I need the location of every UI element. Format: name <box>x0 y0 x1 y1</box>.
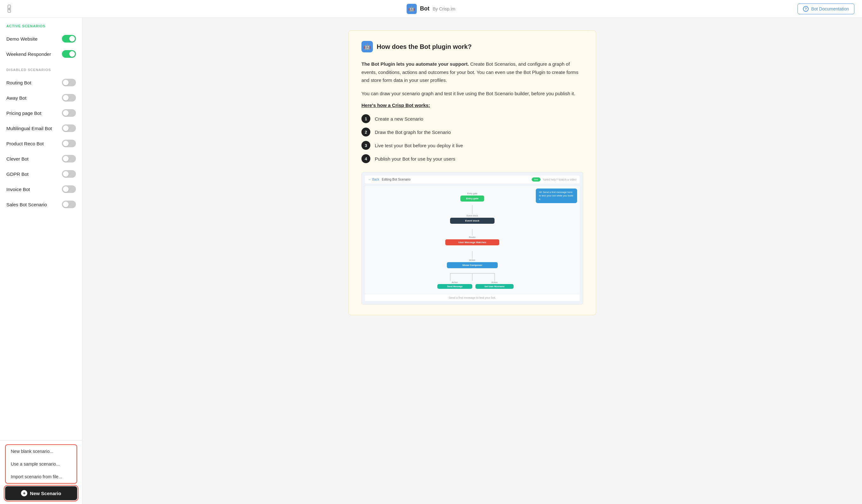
entry-label: Entry gate <box>467 192 478 195</box>
info-card: 🤖 How does the Bot plugin work? The Bot … <box>349 30 596 315</box>
dropdown-import-scenario[interactable]: Import scenario from file... <box>6 470 77 483</box>
toggle-product-reco-bot[interactable] <box>62 140 76 147</box>
card-header: 🤖 How does the Bot plugin work? <box>362 41 583 52</box>
entry-gate-node: Entry gate <box>460 196 484 201</box>
scenario-name: Pricing page Bot <box>6 110 41 116</box>
preview-canvas: Hi! Send a first message here to test yo… <box>365 186 580 294</box>
step-text-4: Publish your Bot for use by your users <box>375 156 455 161</box>
scenario-name: Sales Bot Scenario <box>6 202 47 207</box>
plus-icon: + <box>21 490 27 496</box>
dropdown-blank-scenario[interactable]: New blank scenario... <box>6 445 77 457</box>
new-scenario-area: New blank scenario... Use a sample scena… <box>0 440 82 504</box>
scenario-sales-bot[interactable]: Sales Bot Scenario <box>0 197 82 212</box>
toggle-away-bot[interactable] <box>62 94 76 102</box>
app-header: ‹ 🤖 Bot By Crisp.im ? Bot Documentation <box>0 0 862 18</box>
scenario-name: Away Bot <box>6 95 26 101</box>
connector-1 <box>472 205 473 214</box>
composer-label: Action <box>469 259 475 261</box>
preview-footer: Send a first message to test your bot. <box>365 294 580 301</box>
preview-title: Editing Bot Scenario <box>382 178 529 181</box>
composer-node-group: Action Show Composer <box>447 259 498 268</box>
connector-3 <box>472 251 473 258</box>
scenario-name: Invoice Bot <box>6 187 30 192</box>
scenario-routing-bot[interactable]: Routing Bot <box>0 75 82 90</box>
step-text-3: Live test your Bot before you deploy it … <box>375 143 463 148</box>
send-message-node: Send Message <box>437 284 472 289</box>
set-nickname-label: Action <box>491 281 497 283</box>
scenario-away-bot[interactable]: Away Bot <box>0 90 82 105</box>
entry-node-group: Entry gate Entry gate <box>460 192 484 201</box>
card-title: How does the Bot plugin work? <box>377 43 472 51</box>
toggle-routing-bot[interactable] <box>62 79 76 86</box>
doc-button[interactable]: ? Bot Documentation <box>798 3 854 14</box>
card-para2: You can draw your scenario graph and tes… <box>362 90 583 98</box>
toggle-weekend-responder[interactable] <box>62 50 76 58</box>
scenario-name: Clever Bot <box>6 156 29 161</box>
scenario-name: Multilingual Email Bot <box>6 126 52 131</box>
set-nickname-node-group: Action Set User Nickname <box>475 281 513 289</box>
toggle-multilingual-bot[interactable] <box>62 124 76 132</box>
router-node: User Message Matches <box>445 239 499 246</box>
dropdown-sample-scenario[interactable]: Use a sample scenario... <box>6 457 77 470</box>
scenario-invoice-bot[interactable]: Invoice Bot <box>0 182 82 197</box>
scenario-name: Routing Bot <box>6 80 31 85</box>
header-title: Bot <box>420 5 429 12</box>
step-item-4: 4 Publish your Bot for use by your users <box>362 154 583 163</box>
connector-h <box>450 273 495 274</box>
steps-list: 1 Create a new Scenario 2 Draw the Bot g… <box>362 114 583 163</box>
scenario-name: Product Reco Bot <box>6 141 44 146</box>
toggle-gdpr-bot[interactable] <box>62 170 76 178</box>
scenario-name: Weekend Responder <box>6 51 51 57</box>
step-num-2: 2 <box>362 128 370 136</box>
step-item-3: 3 Live test your Bot before you deploy i… <box>362 141 583 150</box>
scenario-clever-bot[interactable]: Clever Bot <box>0 151 82 166</box>
scenario-gdpr-bot[interactable]: GDPR Bot <box>0 166 82 182</box>
main-content: 🤖 How does the Bot plugin work? The Bot … <box>82 18 862 504</box>
step-text-2: Draw the Bot graph for the Scenario <box>375 130 451 135</box>
event-node-group: Event block Event block <box>450 214 495 224</box>
step-text-1: Create a new Scenario <box>375 116 423 122</box>
toggle-demo-website[interactable] <box>62 35 76 42</box>
card-link[interactable]: Here's how a Crisp Bot works: <box>362 103 583 108</box>
toggle-invoice-bot[interactable] <box>62 185 76 193</box>
step-item-2: 2 Draw the Bot graph for the Scenario <box>362 128 583 136</box>
card-para1: The Bot Plugin lets you automate your su… <box>362 60 583 84</box>
new-scenario-button[interactable]: + New Scenario <box>5 486 77 500</box>
bot-icon: 🤖 <box>407 4 417 14</box>
connector-2 <box>472 229 473 236</box>
scenario-name: GDPR Bot <box>6 171 29 177</box>
scenario-name: Demo Website <box>6 36 38 42</box>
connector-r <box>495 273 495 281</box>
event-block-node: Event block <box>450 218 495 224</box>
toggle-sales-bot[interactable] <box>62 201 76 208</box>
connector-4 <box>472 273 473 281</box>
step-item-1: 1 Create a new Scenario <box>362 114 583 123</box>
new-scenario-label: New Scenario <box>30 491 61 496</box>
router-label: Router <box>469 236 475 238</box>
sidebar: ACTIVE SCENARIOS Demo Website Weekend Re… <box>0 18 82 504</box>
active-section-title: ACTIVE SCENARIOS <box>0 18 82 31</box>
step-num-3: 3 <box>362 141 370 150</box>
new-scenario-dropdown: New blank scenario... Use a sample scena… <box>5 444 77 484</box>
set-nickname-node: Set User Nickname <box>475 284 513 289</box>
doc-button-label: Bot Documentation <box>811 6 849 11</box>
preview-back: ← Back <box>368 178 379 181</box>
toggle-clever-bot[interactable] <box>62 155 76 162</box>
preview-status: Need help? Watch a video <box>543 178 576 181</box>
connector-l <box>450 273 450 281</box>
preview-tip: Hi! Send a first message here to test yo… <box>536 188 577 203</box>
header-subtitle: By Crisp.im <box>433 6 455 11</box>
disabled-section-title: DISABLED SCENARIOS <box>0 62 82 75</box>
event-label: Event block <box>467 214 478 217</box>
scenario-demo-website[interactable]: Demo Website <box>0 31 82 47</box>
scenario-product-reco-bot[interactable]: Product Reco Bot <box>0 136 82 151</box>
preview-inner: ← Back Editing Bot Scenario live Need he… <box>362 172 583 304</box>
scenario-multilingual-bot[interactable]: Multilingual Email Bot <box>0 121 82 136</box>
step-num-4: 4 <box>362 154 370 163</box>
toggle-pricing-bot[interactable] <box>62 109 76 117</box>
question-icon: ? <box>803 6 809 12</box>
show-composer-node: Show Composer <box>447 262 498 268</box>
back-button[interactable]: ‹ <box>8 5 11 13</box>
scenario-pricing-bot[interactable]: Pricing page Bot <box>0 105 82 121</box>
scenario-weekend-responder[interactable]: Weekend Responder <box>0 47 82 62</box>
